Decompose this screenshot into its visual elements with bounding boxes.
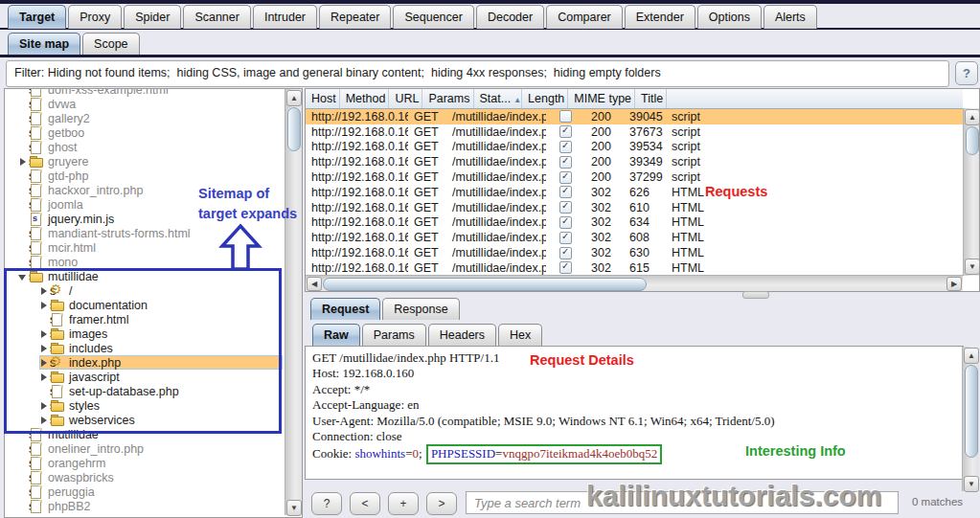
app-tab[interactable]: Sequencer	[393, 5, 473, 29]
tree-expand-icon[interactable]	[18, 258, 29, 267]
tree-expand-icon[interactable]	[18, 473, 29, 483]
column-header[interactable]: Stat...▲	[474, 89, 523, 108]
tree-expand-icon[interactable]	[18, 128, 29, 138]
subtabrow-separator	[0, 55, 980, 57]
table-row[interactable]: http://192.168.0.160 GET /mutillidae/ind…	[306, 245, 963, 260]
table-row[interactable]: http://192.168.0.160 GET /mutillidae/ind…	[306, 260, 963, 275]
request-raw-view[interactable]: GET /mutillidae/index.php HTTP/1.1Host: …	[305, 346, 964, 480]
tree-expand-icon[interactable]	[18, 88, 29, 95]
table-row[interactable]: http://192.168.0.160 GET /mutillidae/ind…	[306, 109, 963, 124]
table-row[interactable]: http://192.168.0.160 GET /mutillidae/ind…	[306, 200, 963, 215]
app-tab[interactable]: Target	[8, 5, 66, 29]
target-sub-tab[interactable]: Scope	[82, 33, 139, 55]
scroll-down-icon[interactable]: ▼	[965, 259, 980, 275]
cell-status: 302	[585, 231, 624, 244]
tree-item[interactable]: s ghost	[18, 140, 283, 154]
filter-bar[interactable]: Filter: Hiding not found items; hiding C…	[6, 60, 949, 87]
script-glyph: s	[29, 227, 34, 240]
cell-host: http://192.168.0.160	[306, 140, 408, 153]
request-scrollbar-thumb[interactable]	[965, 365, 978, 458]
tree-expand-icon[interactable]	[18, 100, 29, 109]
tree-item[interactable]: s peruggia	[18, 484, 283, 499]
tree-expand-icon[interactable]	[18, 143, 29, 152]
tree-item[interactable]: s oneliner_intro.php	[18, 441, 283, 456]
tree-scrollbar[interactable]: ▲ ▼	[285, 89, 302, 515]
table-vscrollbar[interactable]: ▲ ▼	[963, 108, 980, 276]
tree-expand-icon[interactable]	[18, 200, 29, 210]
column-header[interactable]: Params	[422, 89, 473, 108]
table-row[interactable]: http://192.168.0.160 GET /mutillidae/ind…	[306, 185, 963, 200]
tree-expand-icon[interactable]	[18, 459, 29, 468]
tree-item[interactable]: s owaspbricks	[18, 470, 283, 484]
app-tab[interactable]: Decoder	[476, 5, 544, 29]
message-view-tab[interactable]: Headers	[428, 324, 496, 346]
app-tab[interactable]: Options	[697, 5, 762, 29]
message-tab[interactable]: Response	[382, 298, 459, 320]
app-tab[interactable]: Comparer	[546, 5, 623, 29]
search-help-button[interactable]: ?	[311, 492, 342, 515]
tree-item[interactable]: s gruyere	[18, 154, 283, 169]
app-tab[interactable]: Proxy	[68, 5, 122, 29]
tree-item[interactable]: s dvwa	[18, 97, 283, 111]
table-row[interactable]: http://192.168.0.160 GET /mutillidae/ind…	[306, 140, 963, 155]
scroll-down-icon[interactable]: ▼	[286, 500, 302, 516]
app-tab[interactable]: Alerts	[763, 5, 817, 29]
column-header[interactable]: Host	[306, 89, 340, 108]
column-header[interactable]: URL	[389, 89, 422, 108]
tree-item[interactable]: s dom-xss-example.html	[18, 88, 283, 97]
tree-expand-icon[interactable]	[18, 114, 29, 124]
tree-item[interactable]: s gtd-php	[18, 169, 283, 183]
scroll-up-icon[interactable]: ▲	[964, 348, 979, 364]
tree-expand-icon[interactable]	[18, 502, 29, 511]
scroll-left-icon[interactable]: ◀	[307, 277, 322, 291]
scroll-up-icon[interactable]: ▲	[965, 109, 980, 125]
message-tab[interactable]: Request	[310, 298, 380, 320]
app-tab[interactable]: Extender	[625, 5, 695, 29]
scroll-right-icon[interactable]: ▶	[946, 277, 962, 291]
search-next-button[interactable]: >	[426, 492, 457, 515]
tree-expand-icon[interactable]	[18, 229, 29, 238]
table-row[interactable]: http://192.168.0.160 GET /mutillidae/ind…	[306, 124, 963, 140]
search-prev-button[interactable]: <	[350, 492, 380, 515]
message-view-tab[interactable]: Params	[362, 324, 426, 346]
tree-item[interactable]: s phpBB2	[18, 499, 283, 513]
table-row[interactable]: http://192.168.0.160 GET /mutillidae/ind…	[306, 154, 963, 169]
tree-item[interactable]: s getboo	[18, 125, 283, 140]
tree-expand-icon[interactable]	[18, 214, 29, 224]
table-vscrollbar-thumb[interactable]	[966, 126, 979, 155]
column-header[interactable]: MIME type	[568, 89, 635, 108]
app-tab[interactable]: Repeater	[319, 5, 391, 29]
tree-item-icon: s	[29, 155, 44, 168]
table-hscrollbar[interactable]: ◀ ▶	[306, 275, 963, 291]
column-header[interactable]: Title	[635, 89, 667, 108]
tree-expand-icon[interactable]	[18, 487, 29, 497]
search-add-button[interactable]: +	[388, 492, 419, 515]
tree-item[interactable]: s orangehrm	[18, 456, 283, 470]
message-view-tab[interactable]: Raw	[312, 324, 360, 346]
tree-scrollbar-thumb[interactable]	[287, 107, 301, 151]
tree-item[interactable]: s gallery2	[18, 111, 283, 125]
scroll-down-icon[interactable]: ▼	[964, 476, 979, 492]
column-header[interactable]: Method	[340, 89, 390, 108]
tree-expand-icon[interactable]	[18, 444, 29, 454]
table-hscrollbar-thumb[interactable]	[323, 278, 647, 291]
tree-expand-icon[interactable]	[18, 186, 29, 195]
table-row[interactable]: http://192.168.0.160 GET /mutillidae/ind…	[306, 169, 963, 185]
filter-help-button[interactable]: ?	[955, 61, 978, 85]
app-tab[interactable]: Intruder	[253, 5, 317, 29]
tree-expand-icon[interactable]	[18, 171, 29, 181]
request-scrollbar[interactable]: ▲ ▼	[962, 347, 979, 491]
tree-expand-icon[interactable]	[18, 243, 29, 253]
target-sub-tab[interactable]: Site map	[8, 33, 80, 55]
app-tab[interactable]: Scanner	[183, 5, 251, 29]
script-glyph: s	[29, 184, 34, 197]
splitter-handle[interactable]	[742, 291, 769, 299]
column-header[interactable]: Length	[522, 89, 568, 108]
app-tab[interactable]: Spider	[124, 5, 181, 29]
message-view-tab[interactable]: Hex	[498, 324, 542, 346]
tree-expand-icon[interactable]	[18, 157, 29, 167]
cell-length: 608	[624, 231, 666, 244]
table-row[interactable]: http://192.168.0.160 GET /mutillidae/ind…	[306, 215, 963, 231]
table-row[interactable]: http://192.168.0.160 GET /mutillidae/ind…	[306, 230, 963, 245]
scroll-up-icon[interactable]: ▲	[286, 90, 302, 106]
